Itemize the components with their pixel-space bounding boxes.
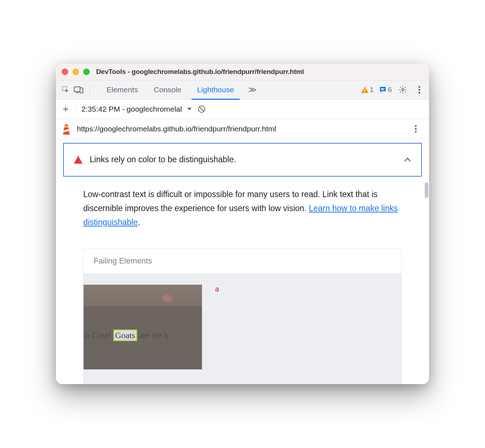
inspect-icon[interactable] — [60, 84, 71, 95]
svg-point-9 — [419, 86, 420, 88]
failing-elements-heading: Failing Elements — [84, 248, 401, 274]
svg-line-13 — [199, 107, 204, 112]
tab-lighthouse[interactable]: Lighthouse — [189, 80, 242, 99]
clear-icon[interactable] — [197, 104, 206, 114]
lighthouse-icon — [62, 124, 71, 134]
tab-console[interactable]: Console — [146, 80, 189, 99]
tabs-overflow-icon[interactable]: ≫ — [247, 84, 258, 95]
svg-rect-4 — [364, 89, 365, 91]
report-content: Links rely on color to be distinguishabl… — [56, 139, 429, 384]
svg-point-15 — [415, 125, 417, 127]
message-icon — [379, 86, 386, 93]
maximize-window-button[interactable] — [83, 69, 90, 75]
warnings-badge[interactable]: 1 — [361, 86, 374, 94]
device-toggle-icon[interactable] — [73, 84, 84, 95]
subbar-divider — [76, 104, 76, 114]
scrollbar-thumb[interactable] — [425, 182, 428, 198]
thumb-highlighted-word: Goats — [113, 330, 137, 341]
report-selector-label: 2:35:42 PM - googlechromelal — [81, 105, 182, 113]
chevron-up-icon — [404, 158, 411, 162]
report-menu-icon[interactable] — [415, 125, 423, 133]
failing-elements-body: So Cute! Goats are the b a — [84, 274, 401, 384]
devtools-window: DevTools - googlechromelabs.github.io/fr… — [56, 64, 429, 384]
failing-element-tag[interactable]: a — [215, 285, 219, 293]
audit-description-post: . — [138, 218, 140, 227]
report-url: https://googlechromelabs.github.io/frien… — [77, 125, 409, 133]
svg-point-17 — [415, 131, 417, 133]
svg-rect-7 — [381, 89, 383, 90]
svg-rect-5 — [364, 91, 365, 92]
audit-description: Low-contrast text is difficult or imposs… — [63, 177, 422, 233]
svg-rect-3 — [80, 88, 83, 93]
thumb-text-pre: So Cute! — [84, 331, 113, 340]
svg-rect-14 — [65, 126, 68, 127]
svg-point-16 — [415, 128, 417, 130]
audit-fail-icon — [74, 156, 83, 164]
tab-elements[interactable]: Elements — [99, 80, 146, 99]
window-title: DevTools - googlechromelabs.github.io/fr… — [96, 68, 304, 76]
toolbar-right: 1 6 — [361, 84, 425, 95]
svg-point-11 — [419, 92, 420, 94]
thumbnail-bg-strip — [84, 285, 202, 306]
svg-point-10 — [419, 89, 420, 91]
thumbnail-blur-spot — [162, 295, 173, 302]
thumbnail-text: So Cute! Goats are the b — [84, 331, 169, 340]
svg-rect-6 — [381, 88, 385, 89]
element-screenshot-thumbnail[interactable]: So Cute! Goats are the b — [84, 285, 202, 369]
titlebar: DevTools - googlechromelabs.github.io/fr… — [56, 64, 429, 80]
lighthouse-subbar: + 2:35:42 PM - googlechromelal — [56, 100, 429, 119]
window-controls — [62, 69, 90, 75]
minimize-window-button[interactable] — [72, 69, 79, 75]
warning-icon — [361, 87, 368, 93]
message-count: 6 — [388, 86, 392, 94]
failing-elements-box: Failing Elements So Cute! Goats are the … — [83, 248, 402, 384]
messages-badge[interactable]: 6 — [379, 86, 392, 94]
warning-count: 1 — [370, 86, 374, 94]
settings-icon[interactable] — [397, 84, 408, 95]
audit-title: Links rely on color to be distinguishabl… — [90, 155, 397, 164]
thumb-text-post: are the b — [137, 331, 169, 340]
report-urlbar: https://googlechromelabs.github.io/frien… — [56, 119, 429, 139]
new-report-button[interactable]: + — [60, 103, 71, 115]
audit-header[interactable]: Links rely on color to be distinguishabl… — [63, 143, 422, 177]
close-window-button[interactable] — [62, 69, 68, 75]
svg-point-8 — [402, 89, 404, 91]
svg-rect-1 — [74, 87, 80, 92]
devtools-toolbar: Elements Console Lighthouse ≫ 1 6 — [56, 80, 429, 100]
panel-tabs: Elements Console Lighthouse — [99, 80, 242, 99]
report-dropdown-caret[interactable] — [187, 107, 192, 111]
toolbar-divider — [90, 85, 90, 95]
more-icon[interactable] — [414, 84, 425, 95]
